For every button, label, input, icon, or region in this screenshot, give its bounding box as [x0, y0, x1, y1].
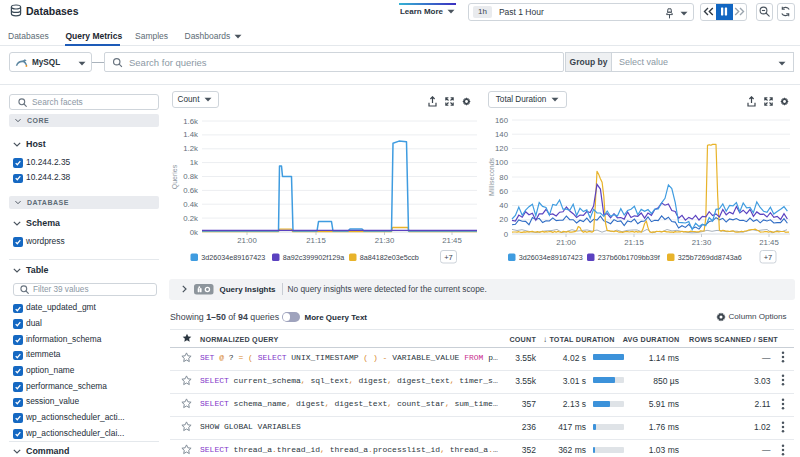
svg-text:3d26034e89167423: 3d26034e89167423 [201, 253, 265, 262]
svg-text:1.2k: 1.2k [183, 144, 198, 153]
svg-text:1.6k: 1.6k [183, 117, 198, 126]
svg-text:140: 140 [495, 130, 509, 139]
svg-text:Queries: Queries [171, 164, 179, 189]
svg-text:0.6k: 0.6k [183, 186, 198, 195]
svg-text:8a92c399902f129a: 8a92c399902f129a [283, 253, 345, 262]
svg-text:3d26034e89167423: 3d26034e89167423 [519, 253, 583, 262]
svg-text:8a84182e03e5ccb: 8a84182e03e5ccb [360, 253, 419, 262]
svg-text:21:30: 21:30 [375, 236, 395, 245]
svg-text:21:00: 21:00 [556, 238, 576, 247]
svg-text:0.4k: 0.4k [183, 200, 198, 209]
svg-text:+7: +7 [444, 253, 453, 262]
svg-text:40: 40 [499, 201, 508, 210]
svg-text:0.8k: 0.8k [183, 172, 198, 181]
svg-text:+7: +7 [764, 253, 773, 262]
svg-text:325b7269dd8743a6: 325b7269dd8743a6 [678, 253, 742, 262]
svg-text:120: 120 [495, 144, 509, 153]
svg-text:1k: 1k [190, 158, 198, 167]
svg-text:21:45: 21:45 [442, 236, 462, 245]
svg-text:0.2k: 0.2k [183, 214, 198, 223]
svg-text:20: 20 [499, 215, 508, 224]
svg-text:1.4k: 1.4k [183, 130, 198, 139]
svg-text:60: 60 [499, 187, 508, 196]
svg-text:21:00: 21:00 [237, 236, 257, 245]
svg-text:Milliseconds: Milliseconds [488, 157, 495, 196]
svg-text:0: 0 [504, 230, 509, 239]
svg-text:21:30: 21:30 [692, 238, 712, 247]
svg-text:21:15: 21:15 [306, 236, 326, 245]
svg-text:160: 160 [495, 116, 509, 125]
svg-text:100: 100 [495, 158, 509, 167]
svg-text:80: 80 [499, 173, 508, 182]
svg-text:21:15: 21:15 [624, 238, 644, 247]
svg-text:21:45: 21:45 [759, 238, 779, 247]
svg-text:237b60b1709bb39f: 237b60b1709bb39f [598, 253, 660, 262]
svg-text:0k: 0k [190, 228, 198, 237]
